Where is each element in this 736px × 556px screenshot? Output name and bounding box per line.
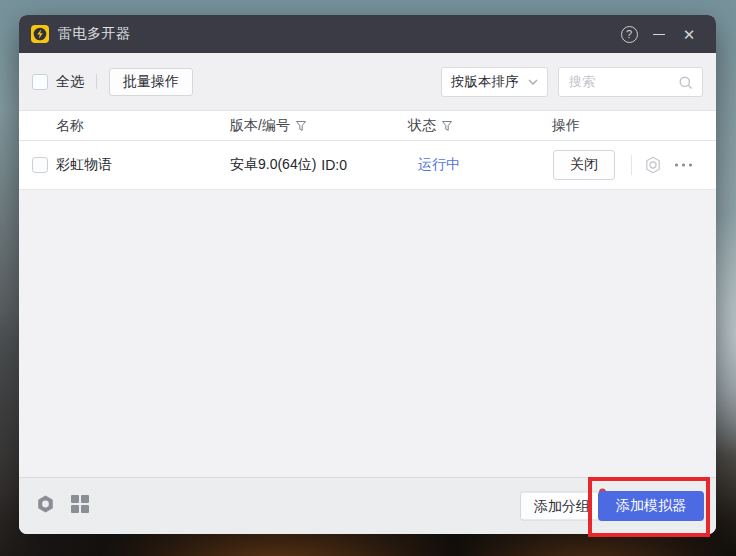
- sort-dropdown[interactable]: 按版本排序: [441, 67, 548, 97]
- close-emulator-button[interactable]: 关闭: [553, 150, 615, 180]
- table-row: 彩虹物语 安卓9.0(64位) ID:0 运行中 关闭: [19, 141, 716, 190]
- settings-button[interactable]: [36, 495, 55, 518]
- select-all-checkbox[interactable]: [32, 74, 48, 90]
- app-logo-icon: [31, 25, 49, 43]
- batch-operations-button[interactable]: 批量操作: [109, 68, 193, 96]
- grid-view-button[interactable]: [71, 495, 89, 517]
- emulator-version: 安卓9.0(64位) ID:0: [230, 156, 347, 174]
- sort-dropdown-value: 按版本排序: [451, 73, 519, 91]
- header-status[interactable]: 状态: [408, 117, 453, 135]
- window-title: 雷电多开器: [58, 25, 131, 43]
- chevron-down-icon: [528, 79, 538, 85]
- header-version[interactable]: 版本/编号: [230, 117, 307, 135]
- gear-outline-icon: [643, 155, 663, 175]
- footer-bar: 添加分组 添加模拟器: [19, 477, 716, 534]
- search-box: [558, 67, 703, 97]
- header-actions: 操作: [552, 117, 580, 135]
- more-options-button[interactable]: [675, 164, 692, 167]
- select-all-label: 全选: [56, 73, 84, 91]
- help-button[interactable]: ?: [614, 20, 644, 48]
- android-version: 安卓9.0(64位): [230, 156, 316, 174]
- row-settings-button[interactable]: [643, 155, 663, 175]
- help-circle-icon: ?: [621, 26, 638, 43]
- emulator-id: ID:0: [321, 157, 347, 173]
- app-window: 雷电多开器 ? ✕ 全选 批量操作 按版本排序: [19, 15, 716, 534]
- table-header: 名称 版本/编号 状态 操作: [19, 110, 716, 141]
- add-emulator-button[interactable]: 添加模拟器: [598, 491, 704, 521]
- close-button[interactable]: ✕: [674, 20, 704, 48]
- status-badge: 运行中: [418, 156, 460, 174]
- header-name: 名称: [56, 117, 84, 135]
- gear-icon: [36, 495, 55, 514]
- filter-funnel-icon: [295, 120, 307, 132]
- close-icon: ✕: [683, 27, 696, 42]
- ellipsis-icon: [675, 164, 678, 167]
- minimize-icon: [653, 34, 665, 35]
- minimize-button[interactable]: [644, 20, 674, 48]
- empty-list-area: [19, 190, 716, 477]
- toolbar: 全选 批量操作 按版本排序: [19, 53, 716, 110]
- row-checkbox[interactable]: [32, 157, 48, 173]
- titlebar: 雷电多开器 ? ✕: [19, 15, 716, 53]
- search-icon: [678, 75, 694, 91]
- toolbar-divider: [96, 74, 97, 89]
- add-group-button[interactable]: 添加分组: [520, 492, 604, 521]
- emulator-name: 彩虹物语: [56, 156, 112, 174]
- ops-divider: [631, 155, 632, 175]
- grid-icon: [71, 495, 89, 513]
- filter-funnel-icon: [441, 120, 453, 132]
